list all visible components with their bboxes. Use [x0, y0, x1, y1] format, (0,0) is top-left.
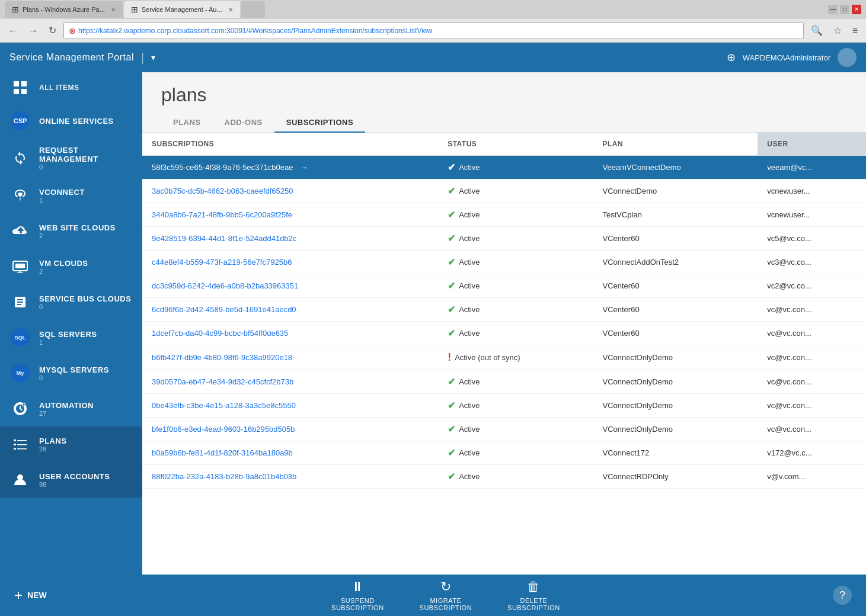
table-row[interactable]: 6cd96f6b-2d42-4589-be5d-1691e41aecd0✔ Ac… [142, 298, 866, 322]
delete-action[interactable]: 🗑 DELETE SUBSCRIPTION [507, 579, 560, 611]
sidebar-user-text: USER ACCOUNTS 98 [39, 472, 110, 488]
sidebar-item-vconnect[interactable]: VCONNECT 1 [0, 178, 142, 213]
bookmark-icon[interactable]: ☆ [830, 24, 845, 37]
table-row[interactable]: 58f3c595-ce65-4f38-9a76-5ec371cb0eae →✔ … [142, 156, 866, 179]
table-row[interactable]: b6fb427f-db9e-4b80-98f6-9c38a9920e18! Ac… [142, 345, 866, 370]
table-row[interactable]: 3440a8b6-7a21-48fb-9bb5-6c200a9f25fe✔ Ac… [142, 203, 866, 227]
header-dropdown[interactable]: ▾ [151, 53, 155, 62]
sidebar-item-sql[interactable]: SQL SQL SERVERS 1 [0, 320, 142, 355]
tab-addons[interactable]: ADD-ONS [213, 113, 274, 133]
table-row[interactable]: 9e428519-6394-44d1-8f1e-524add41db2c✔ Ac… [142, 227, 866, 251]
minimize-button[interactable]: — [828, 5, 838, 14]
plan-cell: VConnectOnlyDemo [593, 345, 758, 370]
table-row[interactable]: bfe1f0b6-e3ed-4ead-9603-16b295bd505b✔ Ac… [142, 418, 866, 441]
status-text: Active [459, 234, 480, 243]
close-button[interactable]: ✕ [852, 5, 861, 14]
sidebar-item-automation[interactable]: AUTOMATION 27 [0, 391, 142, 426]
col-user: USER [758, 133, 866, 156]
tab-new[interactable] [241, 1, 265, 18]
sidebar-item-mysql[interactable]: My MYSQL SERVERS 0 [0, 355, 142, 391]
table-row[interactable]: b0a59b6b-fe81-4d1f-820f-3164ba180a9b✔ Ac… [142, 441, 866, 465]
status-content: ✔ Active [448, 447, 583, 458]
tab-subscriptions[interactable]: SUBSCRIPTIONS [274, 113, 365, 133]
plan-cell: VConnectRDPOnly [593, 465, 758, 489]
tab-plans[interactable]: ⊞ Plans - Windows Azure Pa... ✕ [5, 1, 123, 18]
status-text: Active [459, 377, 480, 386]
tab-plans[interactable]: PLANS [161, 113, 213, 133]
sidebar-item-online-services[interactable]: CSP ONLINE SERVICES [0, 103, 142, 139]
check-icon: ✔ [448, 471, 455, 482]
table-row[interactable]: 88f022ba-232a-4183-b28b-9a8c01b4b03b✔ Ac… [142, 465, 866, 489]
status-content: ✔ Active [448, 304, 583, 315]
table-row[interactable]: c44e8ef4-b559-473f-a219-56e7fc7925b6✔ Ac… [142, 251, 866, 274]
table-row[interactable]: 1dcef7cb-da40-4c99-bcbc-bf54ff0de635✔ Ac… [142, 322, 866, 345]
help-button[interactable]: ? [833, 586, 852, 605]
status-cell: ✔ Active [438, 274, 593, 298]
plan-cell: VeeamVConnectDemo [593, 156, 758, 179]
tab-plans-title: Plans - Windows Azure Pa... [23, 6, 105, 13]
status-cell: ✔ Active [438, 465, 593, 489]
tab-service[interactable]: ⊞ Service Management - Au... ✕ [124, 1, 240, 18]
sidebar-plans-text: PLANS 28 [39, 437, 67, 453]
sidebar-online-services-text: ONLINE SERVICES [39, 117, 114, 126]
sidebar-item-plans[interactable]: PLANS 28 [0, 426, 142, 462]
status-cell: ✔ Active [438, 251, 593, 274]
plan-cell: VConnectOnlyDemo [593, 370, 758, 394]
maximize-button[interactable]: □ [840, 5, 849, 14]
sidebar-vconnect-text: VCONNECT 1 [39, 188, 85, 204]
subscription-id: 58f3c595-ce65-4f38-9a76-5ec371cb0eae [152, 163, 293, 172]
tabs-bar: PLANS ADD-ONS SUBSCRIPTIONS [142, 113, 866, 133]
status-cell: ✔ Active [438, 156, 593, 179]
sidebar-sql-count: 1 [39, 339, 97, 346]
table-row[interactable]: 3ac0b75c-dc5b-4662-b063-caeefdf65250✔ Ac… [142, 179, 866, 203]
subscription-id: 9e428519-6394-44d1-8f1e-524add41db2c [152, 234, 296, 243]
status-content: ✔ Active [448, 400, 583, 411]
tab-service-close[interactable]: ✕ [228, 7, 233, 13]
user-cell: vc3@vc.co... [758, 251, 866, 274]
menu-icon[interactable]: ≡ [849, 24, 861, 37]
sidebar-web-label: WEB SITE CLOUDS [39, 223, 116, 232]
status-text: Active [459, 258, 480, 267]
table-row[interactable]: 39d0570a-eb47-4e34-9d32-c45cfcf2b73b✔ Ac… [142, 370, 866, 394]
sidebar-item-vm-clouds[interactable]: VM CLOUDS 2 [0, 249, 142, 284]
status-cell: ! Active (out of sync) [438, 345, 593, 370]
plan-cell: VConnectAddOnTest2 [593, 251, 758, 274]
sidebar-automation-text: AUTOMATION 27 [39, 401, 94, 417]
forward-button[interactable]: → [25, 24, 41, 37]
tab-service-title: Service Management - Au... [142, 6, 222, 13]
migrate-icon: ↻ [440, 579, 452, 595]
subscription-id: 1dcef7cb-da40-4c99-bcbc-bf54ff0de635 [152, 329, 288, 338]
status-text: Active [459, 425, 480, 434]
subscriptions-table-container: SUBSCRIPTIONS STATUS PLAN USER 58f3c595-… [142, 133, 866, 575]
sidebar-item-request-management[interactable]: REQUEST MANAGEMENT 0 [0, 139, 142, 178]
svg-rect-13 [14, 448, 16, 450]
new-button[interactable]: + NEW [14, 587, 59, 604]
sidebar-item-service-bus[interactable]: SERVICE BUS CLOUDS 0 [0, 284, 142, 320]
search-icon[interactable]: 🔍 [807, 24, 826, 37]
tab-plans-close[interactable]: ✕ [111, 7, 116, 13]
table-row[interactable]: dc3c959d-6242-4de6-a0b8-b2ba33963351✔ Ac… [142, 274, 866, 298]
refresh-button[interactable]: ↻ [45, 24, 60, 37]
header-divider: | [141, 51, 144, 65]
sidebar-service-bus-text: SERVICE BUS CLOUDS 0 [39, 294, 131, 310]
subscription-cell: 3440a8b6-7a21-48fb-9bb5-6c200a9f25fe [142, 203, 438, 227]
migrate-action[interactable]: ↻ MIGRATE SUBSCRIPTION [420, 579, 472, 611]
check-icon: ✔ [448, 256, 455, 268]
portal: Service Management Portal | ▾ ⊕ WAPDEMO\… [0, 43, 866, 616]
suspend-action[interactable]: ⏸ SUSPEND SUBSCRIPTION [331, 579, 384, 611]
address-bar[interactable]: ⊗ https://katalx2.wapdemo.corp.cloudasse… [63, 23, 804, 39]
svg-rect-0 [14, 81, 19, 86]
new-label: NEW [27, 591, 47, 600]
sidebar-mysql-count: 0 [39, 374, 109, 381]
table-row[interactable]: 0be43efb-c3be-4e15-a128-3a3c5e8c5550✔ Ac… [142, 394, 866, 418]
status-text: Active [459, 448, 480, 457]
check-icon: ✔ [448, 162, 455, 173]
sidebar-item-user-accounts[interactable]: USER ACCOUNTS 98 [0, 462, 142, 498]
browser-chrome: ⊞ Plans - Windows Azure Pa... ✕ ⊞ Servic… [0, 0, 866, 43]
status-text: Active [459, 305, 480, 314]
suspend-icon: ⏸ [351, 579, 365, 595]
sidebar-item-all[interactable]: ALL ITEMS [0, 72, 142, 103]
back-button[interactable]: ← [5, 24, 21, 37]
subscription-id: 39d0570a-eb47-4e34-9d32-c45cfcf2b73b [152, 377, 293, 386]
sidebar-item-web-site-clouds[interactable]: WEB SITE CLOUDS 2 [0, 213, 142, 249]
